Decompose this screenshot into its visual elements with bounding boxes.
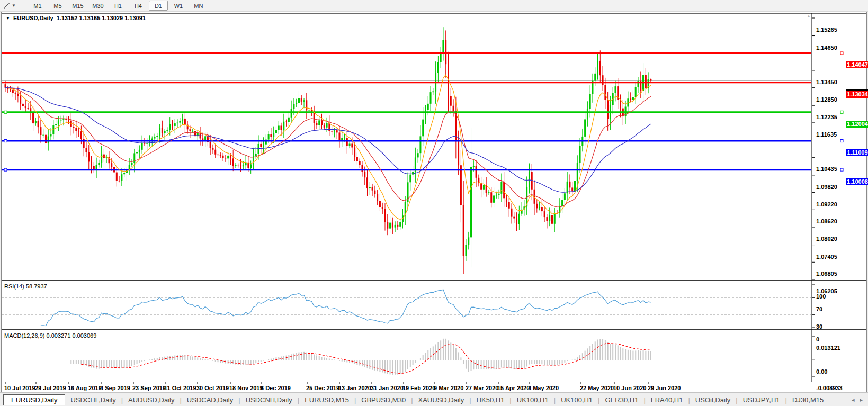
timeframe-button-h4[interactable]: H4 (129, 1, 148, 11)
chart-tab-eurusd-daily[interactable]: EURUSD,Daily (3, 394, 65, 405)
symbol-period-label: EURUSD,Daily (13, 15, 53, 21)
date-label: 13 Jan 2020 (338, 385, 371, 391)
price-tick-label: 1.08620 (816, 218, 837, 224)
line-tool-dropdown-icon[interactable]: ▼ (12, 3, 16, 8)
chart-tab-dj30-m15[interactable]: DJ30,M15 (787, 396, 829, 404)
date-label: 4 May 2020 (528, 385, 559, 391)
chart-tab-uk100-h1[interactable]: UK100,H1 (512, 396, 554, 404)
price-tick-label: 1.12235 (816, 114, 837, 120)
price-tick-label: 1.09220 (816, 201, 837, 207)
timeframe-button-m1[interactable]: M1 (28, 1, 47, 11)
line-tool-icon[interactable] (2, 2, 12, 10)
rsi-tick-label: 30 (816, 323, 822, 330)
date-label: 15 Apr 2020 (497, 385, 530, 391)
timeframe-button-h1[interactable]: H1 (109, 1, 128, 11)
price-tick-label: 1.07405 (816, 254, 837, 260)
date-label: 10 Jun 2020 (613, 385, 646, 391)
price-tick-label: 1.09820 (816, 184, 837, 190)
chart-tab-ger30-h1[interactable]: GER30,H1 (600, 396, 644, 404)
date-label: 22 May 2020 (580, 385, 614, 391)
chart-tab-usdcnh-daily[interactable]: USDCNH,Daily (240, 396, 298, 404)
price-tick-label: 1.14650 (816, 44, 837, 51)
date-label: 23 Sep 2019 (132, 385, 166, 391)
price-tick-label: 1.13450 (816, 79, 837, 85)
tab-scroll-right-icon[interactable]: ▸ (860, 396, 863, 403)
tab-scroll-arrows: ◂ ▸ (852, 396, 863, 403)
timeframe-button-m5[interactable]: M5 (48, 1, 67, 11)
macd-panel (2, 331, 866, 382)
macd-tick-label: 0.013121 (816, 345, 840, 351)
chart-title: ▼ EURUSD,Daily 1.13152 1.13165 1.13029 1… (6, 15, 146, 21)
macd-indicator-label: MACD(12,26,9) 0.003271 0.003069 (4, 332, 96, 339)
timeframe-button-d1[interactable]: D1 (149, 1, 168, 11)
macd-tick-label: -0.008933 (816, 385, 843, 391)
macd-tick-label: 0.00 (816, 368, 827, 375)
rsi-indicator-label: RSI(14) 58.7937 (4, 283, 47, 290)
date-label: 9 Mar 2020 (434, 385, 463, 391)
chart-window: ▼ EURUSD,Daily 1.13152 1.13165 1.13029 1… (1, 12, 867, 392)
date-label: 27 Mar 2020 (466, 385, 498, 391)
timeframe-button-mn[interactable]: MN (189, 1, 208, 11)
rsi-tick-label: 70 (816, 306, 822, 312)
date-label: 30 Oct 2019 (196, 385, 229, 391)
chart-tab-uk100-h1[interactable]: UK100,H1 (556, 396, 598, 404)
chart-tab-xauusd-daily[interactable]: XAUUSD,Daily (413, 396, 470, 404)
timeframe-buttons: M1M5M15M30H1H4D1W1MN (28, 1, 209, 11)
date-label: 6 Dec 2019 (261, 385, 291, 391)
date-label: 11 Oct 2019 (164, 385, 196, 391)
chart-tab-bar: EURUSD,DailyUSDCHF,Daily|AUDUSD,Daily|US… (0, 392, 868, 406)
line-price-label: 1.13034 (846, 91, 868, 98)
mt4-application: ▼ M1M5M15M30H1H4D1W1MN ▼ EURUSD,Daily 1.… (0, 0, 868, 406)
chart-tab-fra40-h1[interactable]: FRA40,H1 (646, 396, 688, 404)
rsi-tick-label: 0 (816, 336, 819, 342)
chart-tab-usoil-daily[interactable]: USOil,Daily (690, 396, 736, 404)
rsi-tick-label: 100 (816, 293, 826, 300)
chart-tabs: EURUSD,DailyUSDCHF,Daily|AUDUSD,Daily|US… (0, 394, 829, 405)
chart-tab-audusd-daily[interactable]: AUDUSD,Daily (123, 396, 180, 404)
title-dropdown-icon[interactable]: ▼ (6, 16, 10, 21)
date-label: 4 Sep 2019 (100, 385, 130, 391)
rsi-panel (2, 282, 866, 330)
tab-scroll-left-icon[interactable]: ◂ (852, 396, 855, 403)
line-price-label: 1.11009 (846, 149, 868, 156)
date-label: 16 Aug 2019 (68, 385, 102, 391)
price-panel (2, 13, 866, 281)
chart-tab-gbpusd-m30[interactable]: GBPUSD,M30 (356, 396, 411, 404)
price-tick-label: 1.10435 (816, 166, 837, 172)
chart-tab-hk50-h1[interactable]: HK50,H1 (471, 396, 510, 404)
price-tick-label: 1.15265 (816, 26, 837, 33)
price-tick-label: 1.11635 (816, 131, 837, 138)
chart-tab-eurusd-m15[interactable]: EURUSD,M15 (299, 396, 354, 404)
price-tick-label: 1.06805 (816, 270, 837, 277)
chart-tab-usdjpy-h1[interactable]: USDJPY,H1 (738, 396, 785, 404)
date-label: 25 Dec 2019 (306, 385, 339, 391)
date-label: 31 Jan 2020 (371, 385, 404, 391)
chart-tab-usdcad-daily[interactable]: USDCAD,Daily (182, 396, 238, 404)
price-tick-label: 1.12850 (816, 96, 837, 103)
date-label: 18 Nov 2019 (229, 385, 263, 391)
line-price-label: 1.10008 (846, 178, 868, 185)
timeframe-button-w1[interactable]: W1 (169, 1, 188, 11)
date-label: 19 Feb 2020 (402, 385, 435, 391)
timeframe-button-m15[interactable]: M15 (68, 1, 87, 11)
date-label: 10 Jul 2019 (4, 385, 35, 391)
ohlc-values: 1.13152 1.13165 1.13029 1.13091 (57, 15, 146, 21)
timeframe-toolbar: ▼ M1M5M15M30H1H4D1W1MN (0, 0, 868, 12)
line-price-label: 1.12004 (846, 121, 868, 128)
chart-tab-usdchf-daily[interactable]: USDCHF,Daily (65, 396, 121, 404)
timeframe-button-m30[interactable]: M30 (88, 1, 108, 11)
line-price-label: 1.14047 (846, 61, 868, 68)
price-tick-label: 1.08020 (816, 236, 837, 242)
toolbar-grip[interactable] (21, 2, 24, 10)
date-label: 29 Jul 2019 (35, 385, 66, 391)
axis-scroll-up-icon[interactable]: ▲ (807, 14, 811, 19)
date-label: 29 Jun 2020 (648, 385, 681, 391)
